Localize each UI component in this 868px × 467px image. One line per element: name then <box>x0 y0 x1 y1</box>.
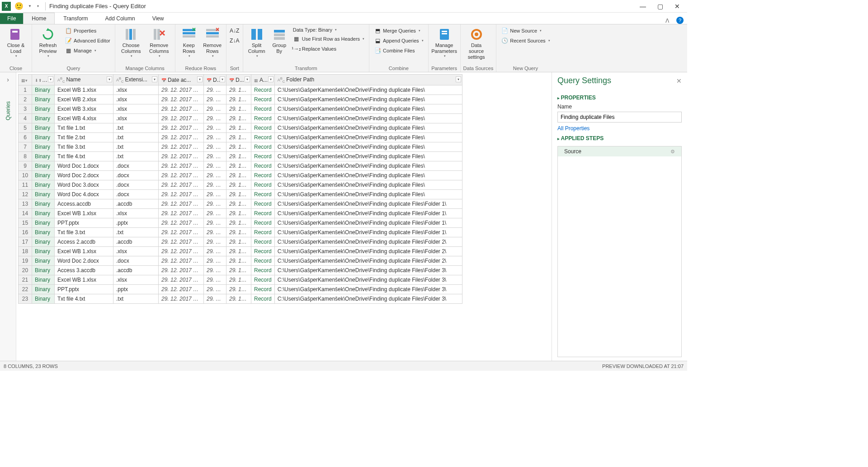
table-row[interactable]: 2 Binary Excel WB 2.xlsx .xlsx 29. 12. 2… <box>19 95 462 104</box>
cell-ext[interactable]: .xlsx <box>113 104 159 114</box>
filter-icon[interactable]: ▾ <box>197 76 203 82</box>
cell-date2[interactable]: 29. 12.... <box>204 237 226 247</box>
tab-home[interactable]: Home <box>23 13 55 24</box>
cell-date2[interactable]: 29. 12.... <box>204 171 226 180</box>
cell-date1[interactable]: 29. 12. 2017 20... <box>159 285 204 294</box>
cell-name[interactable]: Excel WB 1.xlsx <box>55 209 113 218</box>
cell-date2[interactable]: 29. 12.... <box>204 152 226 161</box>
cell-ext[interactable]: .docx <box>113 180 159 190</box>
filter-icon[interactable]: ▾ <box>456 76 461 82</box>
cell-name[interactable]: Excel WB 1.xlsx <box>55 85 113 95</box>
cell-date3[interactable]: 29. 12. ... <box>226 285 251 294</box>
cell-ext[interactable]: .docx <box>113 256 159 266</box>
cell-ext[interactable]: .xlsx <box>113 85 159 95</box>
cell-ext[interactable]: .xlsx <box>113 247 159 256</box>
cell-name[interactable]: Access.accdb <box>55 199 113 209</box>
cell-ext[interactable]: .txt <box>113 152 159 161</box>
row-number[interactable]: 7 <box>19 142 32 152</box>
cell-ext[interactable]: .xlsx <box>113 209 159 218</box>
cell-date1[interactable]: 29. 12. 2017 20... <box>159 256 204 266</box>
cell-content[interactable]: Binary <box>32 123 55 133</box>
tab-view[interactable]: View <box>144 13 173 24</box>
cell-date1[interactable]: 29. 12. 2017 20... <box>159 152 204 161</box>
table-row[interactable]: 5 Binary Txt file 1.txt .txt 29. 12. 201… <box>19 123 462 133</box>
cell-content[interactable]: Binary <box>32 218 55 228</box>
filter-icon[interactable]: ▾ <box>268 76 274 82</box>
cell-date1[interactable]: 29. 12. 2017 20... <box>159 161 204 171</box>
row-number[interactable]: 8 <box>19 152 32 161</box>
cell-folder[interactable]: C:\Users\GašperKamenšek\OneDrive\Finding… <box>274 171 462 180</box>
table-row[interactable]: 12 Binary Word Doc 4.docx .docx 29. 12. … <box>19 190 462 199</box>
cell-folder[interactable]: C:\Users\GašperKamenšek\OneDrive\Finding… <box>274 190 462 199</box>
row-number[interactable]: 1 <box>19 85 32 95</box>
applied-steps-header[interactable]: APPLIED STEPS <box>557 135 682 142</box>
cell-ext[interactable]: .txt <box>113 123 159 133</box>
cell-content[interactable]: Binary <box>32 133 55 142</box>
row-number[interactable]: 4 <box>19 114 32 123</box>
cell-folder[interactable]: C:\Users\GašperKamenšek\OneDrive\Finding… <box>274 142 462 152</box>
cell-content[interactable]: Binary <box>32 142 55 152</box>
cell-date3[interactable]: 29. 12. ... <box>226 266 251 275</box>
cell-folder[interactable]: C:\Users\GašperKamenšek\OneDrive\Finding… <box>274 161 462 171</box>
cell-name[interactable]: Txt file 2.txt <box>55 133 113 142</box>
cell-ext[interactable]: .pptx <box>113 285 159 294</box>
cell-date1[interactable]: 29. 12. 2017 20... <box>159 190 204 199</box>
table-row[interactable]: 14 Binary Excel WB 1.xlsx .xlsx 29. 12. … <box>19 209 462 218</box>
cell-folder[interactable]: C:\Users\GašperKamenšek\OneDrive\Finding… <box>274 114 462 123</box>
cell-date3[interactable]: 29. 12. ... <box>226 294 251 304</box>
cell-date3[interactable]: 29. 12. ... <box>226 218 251 228</box>
cell-folder[interactable]: C:\Users\GašperKamenšek\OneDrive\Finding… <box>274 266 462 275</box>
cell-date3[interactable]: 29. 12. ... <box>226 152 251 161</box>
cell-date1[interactable]: 29. 12. 2017 20... <box>159 142 204 152</box>
cell-content[interactable]: Binary <box>32 209 55 218</box>
tab-add-column[interactable]: Add Column <box>97 13 144 24</box>
cell-attr[interactable]: Record <box>251 199 275 209</box>
cell-content[interactable]: Binary <box>32 180 55 190</box>
close-and-load-button[interactable]: Close & Load▾ <box>3 26 29 59</box>
cell-date2[interactable]: 29. 12.... <box>204 285 226 294</box>
cell-attr[interactable]: Record <box>251 123 275 133</box>
cell-date2[interactable]: 29. 12.... <box>204 209 226 218</box>
close-window-button[interactable]: ✕ <box>673 3 682 10</box>
new-source-button[interactable]: 📄New Source▾ <box>499 26 552 35</box>
cell-name[interactable]: Access 2.accdb <box>55 237 113 247</box>
cell-date2[interactable]: 29. 12.... <box>204 133 226 142</box>
cell-date3[interactable]: 29. 12. ... <box>226 171 251 180</box>
cell-folder[interactable]: C:\Users\GašperKamenšek\OneDrive\Finding… <box>274 85 462 95</box>
cell-attr[interactable]: Record <box>251 85 275 95</box>
cell-attr[interactable]: Record <box>251 95 275 104</box>
split-column-button[interactable]: Split Column▾ <box>246 26 268 59</box>
table-row[interactable]: 10 Binary Word Doc 2.docx .docx 29. 12. … <box>19 171 462 180</box>
cell-date2[interactable]: 29. 12.... <box>204 180 226 190</box>
table-row[interactable]: 21 Binary Excel WB 1.xlsx .xlsx 29. 12. … <box>19 275 462 285</box>
row-number[interactable]: 16 <box>19 228 32 237</box>
table-row[interactable]: 6 Binary Txt file 2.txt .txt 29. 12. 201… <box>19 133 462 142</box>
cell-content[interactable]: Binary <box>32 161 55 171</box>
cell-content[interactable]: Binary <box>32 256 55 266</box>
cell-folder[interactable]: C:\Users\GašperKamenšek\OneDrive\Finding… <box>274 294 462 304</box>
cell-folder[interactable]: C:\Users\GašperKamenšek\OneDrive\Finding… <box>274 275 462 285</box>
cell-date1[interactable]: 29. 12. 2017 20... <box>159 199 204 209</box>
cell-name[interactable]: Excel WB 3.xlsx <box>55 104 113 114</box>
cell-attr[interactable]: Record <box>251 133 275 142</box>
cell-ext[interactable]: .txt <box>113 294 159 304</box>
step-gear-icon[interactable]: ⚙ <box>670 149 675 155</box>
col-table-menu[interactable]: ▦▾ <box>19 75 32 85</box>
cell-attr[interactable]: Record <box>251 171 275 180</box>
cell-ext[interactable]: .pptx <box>113 218 159 228</box>
table-row[interactable]: 19 Binary Word Doc 2.docx .docx 29. 12. … <box>19 256 462 266</box>
cell-date3[interactable]: 29. 12. ... <box>226 123 251 133</box>
cell-attr[interactable]: Record <box>251 209 275 218</box>
row-number[interactable]: 6 <box>19 133 32 142</box>
filter-icon[interactable]: ▾ <box>107 76 112 82</box>
row-number[interactable]: 22 <box>19 285 32 294</box>
cell-content[interactable]: Binary <box>32 285 55 294</box>
col-header-4[interactable]: 📅Date ac...▾ <box>159 75 204 85</box>
row-number[interactable]: 17 <box>19 237 32 247</box>
cell-date1[interactable]: 29. 12. 2017 20... <box>159 180 204 190</box>
cell-attr[interactable]: Record <box>251 228 275 237</box>
col-header-7[interactable]: ▦A...▾ <box>251 75 275 85</box>
cell-date1[interactable]: 29. 12. 2017 20... <box>159 85 204 95</box>
filter-icon[interactable]: ▾ <box>48 76 53 82</box>
cell-content[interactable]: Binary <box>32 85 55 95</box>
